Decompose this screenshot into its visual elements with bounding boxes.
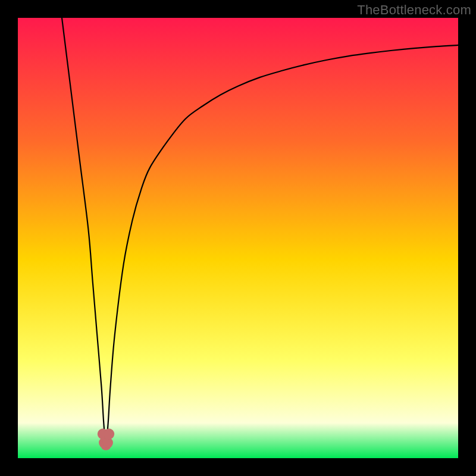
plot-area bbox=[18, 18, 458, 458]
gradient-background bbox=[18, 18, 458, 458]
minimum-marker bbox=[104, 428, 114, 439]
outer-frame: TheBottleneck.com bbox=[0, 0, 476, 476]
chart-svg bbox=[18, 18, 458, 458]
watermark-text: TheBottleneck.com bbox=[357, 2, 471, 18]
